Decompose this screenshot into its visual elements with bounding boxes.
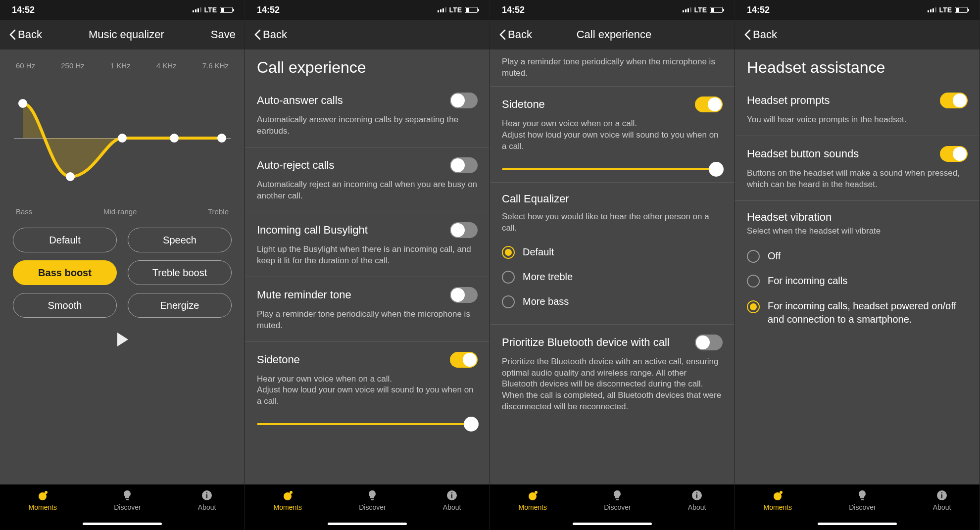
bulb-icon <box>121 489 133 501</box>
svg-point-11 <box>535 491 538 494</box>
tab-about[interactable]: About <box>688 489 706 511</box>
radio-vibration-off[interactable]: Off <box>747 244 968 269</box>
back-button[interactable]: Back <box>744 28 777 41</box>
preset-default[interactable]: Default <box>13 228 117 252</box>
status-time: 14:52 <box>747 5 770 15</box>
sidetone-slider[interactable] <box>502 168 723 170</box>
toggle-sidetone[interactable] <box>695 96 723 112</box>
bulb-icon <box>611 489 623 501</box>
setting-label: Headset button sounds <box>747 147 859 160</box>
radio-icon <box>747 275 760 288</box>
eq-point-1khz[interactable] <box>118 134 127 143</box>
nav-bar: Back <box>735 20 980 49</box>
tab-moments[interactable]: Moments <box>29 489 57 511</box>
setting-label: Auto-reject calls <box>257 159 335 172</box>
nav-bar: Back Music equalizer Save <box>0 20 245 49</box>
nav-title: Call experience <box>532 28 696 41</box>
preset-bass-boost[interactable]: Bass boost <box>13 260 117 285</box>
tab-about[interactable]: About <box>933 489 951 511</box>
network-label: LTE <box>694 6 707 14</box>
eq-point-250hz[interactable] <box>66 172 75 181</box>
preset-smooth[interactable]: Smooth <box>13 293 117 318</box>
svg-rect-8 <box>451 494 452 498</box>
info-icon <box>691 489 703 501</box>
status-time: 14:52 <box>257 5 280 15</box>
toggle-auto-reject[interactable] <box>450 157 478 173</box>
setting-headset-vibration: Headset vibration Select when the headse… <box>735 201 980 342</box>
battery-icon <box>710 7 723 13</box>
back-button[interactable]: Back <box>9 28 42 41</box>
setting-label: Sidetone <box>257 353 300 366</box>
svg-rect-4 <box>206 492 207 493</box>
tab-bar: Moments Discover About <box>245 484 490 530</box>
status-indicators: LTE <box>438 6 478 14</box>
setting-desc: You will hear voice prompts in the heads… <box>747 114 968 126</box>
toggle-prioritize-bt[interactable] <box>695 335 723 350</box>
eq-preset-grid: Default Speech Bass boost Treble boost S… <box>9 228 236 318</box>
radio-eq-more-treble[interactable]: More treble <box>502 265 723 289</box>
slider-thumb[interactable] <box>709 162 724 177</box>
radio-eq-default[interactable]: Default <box>502 240 723 265</box>
tab-about[interactable]: About <box>443 489 461 511</box>
tab-moments[interactable]: Moments <box>764 489 792 511</box>
page-title: Headset assistance <box>735 49 980 83</box>
radio-eq-more-bass[interactable]: More bass <box>502 289 723 314</box>
toggle-button-sounds[interactable] <box>940 146 968 162</box>
radio-icon <box>502 295 515 308</box>
status-indicators: LTE <box>193 6 233 14</box>
slider-thumb[interactable] <box>464 417 479 432</box>
play-button[interactable] <box>9 332 236 347</box>
tab-discover[interactable]: Discover <box>359 489 386 511</box>
tab-discover[interactable]: Discover <box>849 489 876 511</box>
tab-moments[interactable]: Moments <box>519 489 547 511</box>
svg-rect-18 <box>941 494 942 498</box>
home-indicator[interactable] <box>818 523 897 525</box>
mute-reminder-desc: Play a reminder tone periodically when t… <box>490 49 735 82</box>
moments-icon <box>37 489 49 501</box>
tab-discover[interactable]: Discover <box>604 489 631 511</box>
bulb-icon <box>366 489 378 501</box>
home-indicator[interactable] <box>83 523 162 525</box>
setting-auto-answer: Auto-answer calls Automatically answer i… <box>245 83 490 147</box>
back-button[interactable]: Back <box>254 28 287 41</box>
tab-moments[interactable]: Moments <box>274 489 302 511</box>
eq-graph[interactable] <box>14 74 231 202</box>
toggle-sidetone[interactable] <box>450 352 478 368</box>
moments-icon <box>282 489 294 501</box>
home-indicator[interactable] <box>328 523 407 525</box>
preset-energize[interactable]: Energize <box>128 293 232 318</box>
toggle-auto-answer[interactable] <box>450 93 478 108</box>
toggle-busylight[interactable] <box>450 222 478 238</box>
setting-label: Auto-answer calls <box>257 94 343 107</box>
home-indicator[interactable] <box>573 523 652 525</box>
sidetone-slider[interactable] <box>257 423 478 425</box>
chevron-left-icon <box>254 29 261 40</box>
setting-desc: Hear your own voice when on a call. Adju… <box>257 374 478 408</box>
radio-vibration-all[interactable]: For incoming calls, headset powered on/o… <box>747 293 968 332</box>
moments-icon <box>527 489 539 501</box>
battery-icon <box>955 7 968 13</box>
svg-rect-19 <box>941 492 942 493</box>
eq-point-4khz[interactable] <box>170 134 179 143</box>
preset-treble-boost[interactable]: Treble boost <box>128 260 232 285</box>
tab-discover[interactable]: Discover <box>114 489 141 511</box>
toggle-mute-reminder[interactable] <box>450 287 478 303</box>
signal-icon <box>193 7 201 12</box>
setting-label: Sidetone <box>502 98 545 111</box>
radio-vibration-incoming[interactable]: For incoming calls <box>747 269 968 293</box>
svg-point-6 <box>290 491 293 494</box>
eq-point-7.6khz[interactable] <box>217 134 226 143</box>
setting-sidetone: Sidetone Hear your own voice when on a c… <box>490 87 735 183</box>
nav-bar: Back <box>245 20 490 49</box>
back-button[interactable]: Back <box>499 28 532 41</box>
setting-desc: Light up the Busylight when there is an … <box>257 244 478 267</box>
tab-about[interactable]: About <box>198 489 216 511</box>
save-button[interactable]: Save <box>211 28 236 41</box>
eq-point-60hz[interactable] <box>18 99 27 108</box>
toggle-headset-prompts[interactable] <box>940 93 968 108</box>
setting-button-sounds: Headset button sounds Buttons on the hea… <box>735 136 980 201</box>
eq-frequency-labels: 60 Hz 250 Hz 1 KHz 4 KHz 7.6 KHz <box>16 61 229 70</box>
preset-speech[interactable]: Speech <box>128 228 232 252</box>
setting-label: Incoming call Busylight <box>257 224 368 237</box>
setting-desc: Hear your own voice when on a call. Adju… <box>502 118 723 152</box>
